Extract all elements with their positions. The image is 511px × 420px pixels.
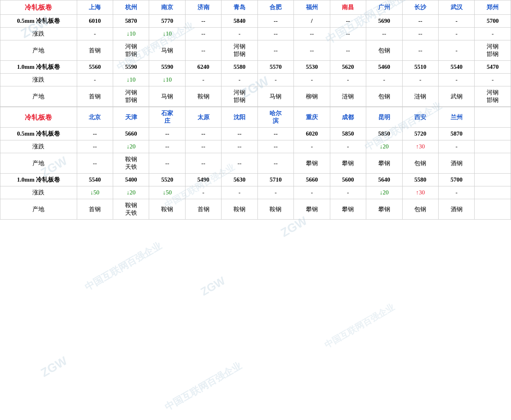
cell-r4-c4: - [222,74,257,86]
cell-r4-c10: - [438,186,474,199]
cell-r1-c9: ↑30 [402,140,438,153]
cell-r4-c10: - [438,74,474,86]
city-header-jinan: 济南 [185,0,221,15]
cell-r3-c4: 5580 [222,61,257,74]
cell-r5-c8: 包钢 [366,86,402,107]
cell-r4-c1: ↓20 [113,186,149,199]
cell-r1-c11 [475,140,511,153]
cell-r3-c1: 5400 [113,174,149,186]
cell-r1-c8: ↓20 [366,140,402,153]
cell-r5-c9: 涟钢 [402,86,438,107]
cell-r4-c9: ↑30 [402,186,438,199]
cell-r0-c3: -- [185,128,221,140]
cell-r3-c8: 5460 [366,61,402,74]
cell-r0-c1: 5870 [113,15,149,28]
cell-r3-c2: 5590 [149,61,185,74]
cell-r3-c4: 5630 [222,174,257,186]
cell-r2-c3: -- [185,40,221,61]
cell-r4-c7: - [330,186,366,199]
cell-r5-c7: 涟钢 [330,86,366,107]
cell-r5-c9: 包钢 [402,199,438,220]
city-header-lanzhou: 兰州 [438,107,474,128]
city-header-kunming: 昆明 [366,107,402,128]
cell-r1-c8: -- [366,28,402,40]
cell-r4-c5: - [257,74,293,86]
city-header-nanchang: 南昌 [330,0,366,15]
cell-r1-c1: ↓20 [113,140,149,153]
row-label-5: 产地 [0,86,77,107]
city-header-nanjing: 南京 [149,0,185,15]
cell-r2-c2: 马钢 [149,40,185,61]
cell-r5-c7: 攀钢 [330,199,366,220]
cell-r2-c8: 包钢 [366,40,402,61]
city-header-shenyang: 沈阳 [222,107,257,128]
cell-r3-c5: 5710 [257,174,293,186]
cell-r0-c6: 6020 [294,128,330,140]
cell-r1-c9: -- [402,28,438,40]
cell-r1-c7: -- [330,28,366,40]
cell-r0-c10: - [438,15,474,28]
row-label-3: 1.0mm 冷轧板卷 [0,174,77,186]
row-label-5: 产地 [0,199,77,220]
cell-r1-c4: - [222,28,257,40]
cell-r1-c6: - [294,140,330,153]
cell-r2-c0: -- [77,153,113,174]
cell-r2-c6: -- [294,40,330,61]
city-header-guangzhou: 广州 [366,0,402,15]
cell-r5-c3: 首钢 [185,199,221,220]
cell-r3-c8: 5640 [366,174,402,186]
cell-r3-c7: 5600 [330,174,366,186]
cell-r1-c6: -- [294,28,330,40]
city-header-shanghai: 上海 [77,0,113,15]
row-label-4: 涨跌 [0,186,77,199]
cell-r4-c3: - [185,74,221,86]
city-header-xian: 西安 [402,107,438,128]
cell-r0-c4: -- [222,128,257,140]
row-label-3: 1.0mm 冷轧板卷 [0,61,77,74]
cell-r3-c11: 5470 [475,61,511,74]
cell-r2-c7: 攀钢 [330,153,366,174]
cell-r3-c10: 5700 [438,174,474,186]
table-top: 冷轧板卷 上海 杭州 南京 济南 青岛 合肥 福州 南昌 广州 长沙 武汉 郑州… [0,0,511,107]
cell-r4-c1: ↓10 [113,74,149,86]
cell-r2-c4: -- [222,153,257,174]
cell-r0-c8: 5850 [366,128,402,140]
cell-r0-c0: -- [77,128,113,140]
cell-r2-c8: 攀钢 [366,153,402,174]
cell-r0-c11 [475,128,511,140]
cell-r4-c8: - [366,74,402,86]
row-label-1: 涨跌 [0,28,77,40]
city-header-tianjin: 天津 [113,107,149,128]
cell-r5-c2: 鞍钢 [149,199,185,220]
cell-r1-c11: - [475,28,511,40]
row-label-0: 0.5mm 冷轧板卷 [0,15,77,28]
cell-r2-c1: 河钢 邯钢 [113,40,149,61]
cell-r2-c3: -- [185,153,221,174]
cell-r0-c7: 5850 [330,128,366,140]
cell-r3-c7: 5620 [330,61,366,74]
cell-r0-c3: -- [185,15,221,28]
cell-r0-c11: 5700 [475,15,511,28]
cell-r2-c1: 鞍钢 天铁 [113,153,149,174]
cell-r5-c6: 攀钢 [294,199,330,220]
cell-r1-c10: - [438,28,474,40]
cell-r3-c9: 5580 [402,174,438,186]
cell-r4-c6: - [294,74,330,86]
row-label-1: 涨跌 [0,140,77,153]
bottom-header-label: 冷轧板卷 [0,107,77,128]
city-header-hangzhou: 杭州 [113,0,149,15]
city-header-hefei: 合肥 [257,0,293,15]
cell-r2-c6: 攀钢 [294,153,330,174]
cell-r5-c4: 鞍钢 [222,199,257,220]
table-bottom: 冷轧板卷 北京 天津 石家 庄 太原 沈阳 哈尔 滨 重庆 成都 昆明 西安 兰… [0,107,511,220]
cell-r5-c11: 河钢 邯钢 [475,86,511,107]
cell-r3-c1: 5590 [113,61,149,74]
city-header-taiyuan: 太原 [185,107,221,128]
cell-r5-c4: 河钢 邯钢 [222,86,257,107]
cell-r4-c9: - [402,74,438,86]
cell-r4-c8: ↓20 [366,186,402,199]
cell-r0-c9: -- [402,15,438,28]
cell-r5-c5: 鞍钢 [257,199,293,220]
city-header-empty [475,107,511,128]
cell-r1-c5: -- [257,140,293,153]
